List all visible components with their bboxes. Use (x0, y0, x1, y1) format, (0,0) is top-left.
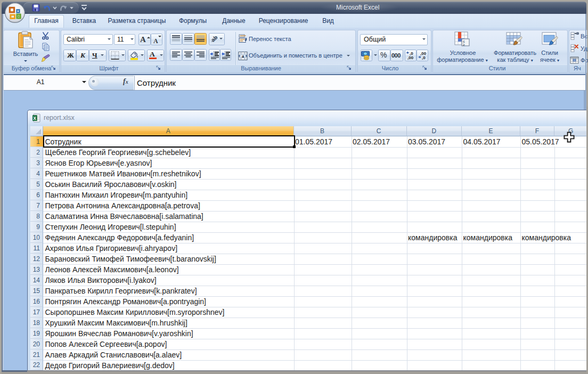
svg-text:,0: ,0 (422, 55, 426, 60)
svg-text:,00: ,00 (407, 55, 414, 60)
svg-text:ab: ab (210, 34, 219, 43)
svg-text:X: X (33, 116, 36, 121)
svg-text:≥: ≥ (463, 43, 465, 46)
